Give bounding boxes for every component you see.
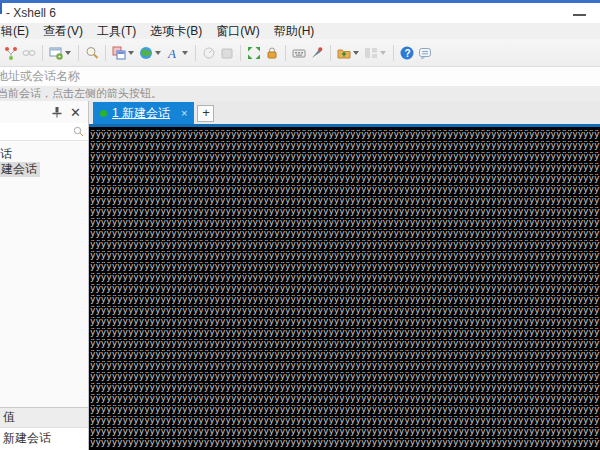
terminal-row: ÿÿÿÿÿÿÿÿÿÿÿÿÿÿÿÿÿÿÿÿÿÿÿÿÿÿÿÿÿÿÿÿÿÿÿÿÿÿÿÿ…	[90, 305, 600, 316]
menu-item-edit[interactable]: 辑(E)	[0, 23, 36, 39]
terminal-row: ÿÿÿÿÿÿÿÿÿÿÿÿÿÿÿÿÿÿÿÿÿÿÿÿÿÿÿÿÿÿÿÿÿÿÿÿÿÿÿÿ…	[90, 140, 600, 151]
tab-bar: 1 新建会话 × +	[89, 101, 600, 124]
terminal-row: ÿÿÿÿÿÿÿÿÿÿÿÿÿÿÿÿÿÿÿÿÿÿÿÿÿÿÿÿÿÿÿÿÿÿÿÿÿÿÿÿ…	[90, 272, 600, 283]
terminal-row: ÿÿÿÿÿÿÿÿÿÿÿÿÿÿÿÿÿÿÿÿÿÿÿÿÿÿÿÿÿÿÿÿÿÿÿÿÿÿÿÿ…	[90, 415, 600, 426]
menubar: 辑(E) 查看(V) 工具(T) 选项卡(B) 窗口(W) 帮助(H)	[0, 23, 600, 39]
font-dropdown-icon[interactable]	[182, 51, 188, 55]
terminal-row: ÿÿÿÿÿÿÿÿÿÿÿÿÿÿÿÿÿÿÿÿÿÿÿÿÿÿÿÿÿÿÿÿÿÿÿÿÿÿÿÿ…	[90, 327, 600, 338]
svg-text:?: ?	[405, 48, 411, 59]
toolbar-separator	[105, 45, 106, 61]
session-tree-empty-area	[0, 177, 88, 407]
terminal-row: ÿÿÿÿÿÿÿÿÿÿÿÿÿÿÿÿÿÿÿÿÿÿÿÿÿÿÿÿÿÿÿÿÿÿÿÿÿÿÿÿ…	[90, 283, 600, 294]
color-scheme-icon[interactable]	[110, 44, 128, 62]
toolbar-separator	[42, 45, 43, 61]
tab-label: 1 新建会话	[112, 105, 170, 122]
pin-icon[interactable]	[51, 106, 62, 118]
fullscreen-icon[interactable]	[245, 44, 263, 62]
terminal-row: ÿÿÿÿÿÿÿÿÿÿÿÿÿÿÿÿÿÿÿÿÿÿÿÿÿÿÿÿÿÿÿÿÿÿÿÿÿÿÿÿ…	[90, 184, 600, 195]
terminal-row: ÿÿÿÿÿÿÿÿÿÿÿÿÿÿÿÿÿÿÿÿÿÿÿÿÿÿÿÿÿÿÿÿÿÿÿÿÿÿÿÿ…	[90, 173, 600, 184]
tree-item-all-sessions[interactable]: 话	[0, 147, 88, 162]
minimize-icon	[573, 14, 586, 16]
terminal-row: ÿÿÿÿÿÿÿÿÿÿÿÿÿÿÿÿÿÿÿÿÿÿÿÿÿÿÿÿÿÿÿÿÿÿÿÿÿÿÿÿ…	[90, 382, 600, 393]
address-placeholder: 地址或会话名称	[0, 67, 80, 86]
terminal-row: ÿÿÿÿÿÿÿÿÿÿÿÿÿÿÿÿÿÿÿÿÿÿÿÿÿÿÿÿÿÿÿÿÿÿÿÿÿÿÿÿ…	[90, 404, 600, 415]
session-tree: 话 建会话	[0, 141, 88, 177]
terminal-row: ÿÿÿÿÿÿÿÿÿÿÿÿÿÿÿÿÿÿÿÿÿÿÿÿÿÿÿÿÿÿÿÿÿÿÿÿÿÿÿÿ…	[90, 426, 600, 437]
launch-icon[interactable]	[308, 44, 326, 62]
properties-value-row[interactable]: 新建会话	[0, 428, 88, 450]
transfer-dropdown-icon[interactable]	[353, 51, 359, 55]
sessions-icon[interactable]	[2, 44, 20, 62]
terminal-pane: 1 新建会话 × + ÿÿÿÿÿÿÿÿÿÿÿÿÿÿÿÿÿÿÿÿÿÿÿÿÿÿÿÿÿ…	[89, 101, 600, 450]
terminal-row: ÿÿÿÿÿÿÿÿÿÿÿÿÿÿÿÿÿÿÿÿÿÿÿÿÿÿÿÿÿÿÿÿÿÿÿÿÿÿÿÿ…	[90, 261, 600, 272]
tab-new-session[interactable]: 1 新建会话 ×	[93, 102, 194, 124]
menu-item-view[interactable]: 查看(V)	[36, 23, 90, 39]
toolbar: A ?	[0, 39, 600, 67]
terminal-row: ÿÿÿÿÿÿÿÿÿÿÿÿÿÿÿÿÿÿÿÿÿÿÿÿÿÿÿÿÿÿÿÿÿÿÿÿÿÿÿÿ…	[90, 228, 600, 239]
app-icon	[0, 3, 2, 14]
panel-header: ✕	[0, 101, 88, 123]
window-title: - Xshell 6	[6, 6, 56, 20]
color-scheme-dropdown-icon[interactable]	[128, 51, 134, 55]
encoding-icon[interactable]	[137, 44, 155, 62]
terminal-row: ÿÿÿÿÿÿÿÿÿÿÿÿÿÿÿÿÿÿÿÿÿÿÿÿÿÿÿÿÿÿÿÿÿÿÿÿÿÿÿÿ…	[90, 206, 600, 217]
new-session-dropdown-icon[interactable]	[65, 51, 71, 55]
find-icon[interactable]	[83, 44, 101, 62]
titlebar: - Xshell 6	[0, 3, 600, 23]
terminal-row: ÿÿÿÿÿÿÿÿÿÿÿÿÿÿÿÿÿÿÿÿÿÿÿÿÿÿÿÿÿÿÿÿÿÿÿÿÿÿÿÿ…	[90, 338, 600, 349]
transfer-folder-icon[interactable]	[335, 44, 353, 62]
panel-close-icon[interactable]: ✕	[70, 106, 81, 119]
toolbar-separator	[240, 45, 241, 61]
address-input[interactable]: 地址或会话名称	[0, 67, 600, 87]
svg-text:A: A	[167, 46, 176, 61]
tab-close-icon[interactable]: ×	[181, 108, 187, 119]
search-icon	[73, 126, 84, 137]
terminal-row: ÿÿÿÿÿÿÿÿÿÿÿÿÿÿÿÿÿÿÿÿÿÿÿÿÿÿÿÿÿÿÿÿÿÿÿÿÿÿÿÿ…	[90, 162, 600, 173]
terminal-row: ÿÿÿÿÿÿÿÿÿÿÿÿÿÿÿÿÿÿÿÿÿÿÿÿÿÿÿÿÿÿÿÿÿÿÿÿÿÿÿÿ…	[90, 151, 600, 162]
info-bar-text: 当前会话，点击左侧的箭头按钮。	[0, 87, 162, 100]
toolbar-separator	[330, 45, 331, 61]
menu-item-tools[interactable]: 工具(T)	[90, 23, 143, 39]
session-search-input[interactable]	[0, 123, 88, 141]
terminal-row: ÿÿÿÿÿÿÿÿÿÿÿÿÿÿÿÿÿÿÿÿÿÿÿÿÿÿÿÿÿÿÿÿÿÿÿÿÿÿÿÿ…	[90, 437, 600, 448]
toolbar-separator	[195, 45, 196, 61]
properties-header: 值	[0, 407, 88, 428]
new-session-icon[interactable]	[47, 44, 65, 62]
terminal-row: ÿÿÿÿÿÿÿÿÿÿÿÿÿÿÿÿÿÿÿÿÿÿÿÿÿÿÿÿÿÿÿÿÿÿÿÿÿÿÿÿ…	[90, 217, 600, 228]
terminal-row: ÿÿÿÿÿÿÿÿÿÿÿÿÿÿÿÿÿÿÿÿÿÿÿÿÿÿÿÿÿÿÿÿÿÿÿÿÿÿÿÿ…	[90, 349, 600, 360]
history-icon	[218, 44, 236, 62]
minimize-button[interactable]	[570, 7, 590, 21]
keyboard-icon[interactable]	[290, 44, 308, 62]
terminal-row: ÿÿÿÿÿÿÿÿÿÿÿÿÿÿÿÿÿÿÿÿÿÿÿÿÿÿÿÿÿÿÿÿÿÿÿÿÿÿÿÿ…	[90, 250, 600, 261]
connect-icon	[20, 44, 38, 62]
terminal-row: ÿÿÿÿÿÿÿÿÿÿÿÿÿÿÿÿÿÿÿÿÿÿÿÿÿÿÿÿÿÿÿÿÿÿÿÿÿÿÿÿ…	[90, 195, 600, 206]
menu-item-window[interactable]: 窗口(W)	[209, 23, 266, 39]
session-manager-panel: ✕ 话 建会话 值 新建会话	[0, 101, 89, 450]
terminal-row: ÿÿÿÿÿÿÿÿÿÿÿÿÿÿÿÿÿÿÿÿÿÿÿÿÿÿÿÿÿÿÿÿÿÿÿÿÿÿÿÿ…	[90, 294, 600, 305]
toolbar-separator	[393, 45, 394, 61]
terminal-row: ÿÿÿÿÿÿÿÿÿÿÿÿÿÿÿÿÿÿÿÿÿÿÿÿÿÿÿÿÿÿÿÿÿÿÿÿÿÿÿÿ…	[90, 239, 600, 250]
tree-item-new-session[interactable]: 建会话	[0, 162, 88, 177]
layout-dropdown-icon	[380, 51, 386, 55]
menu-item-help[interactable]: 帮助(H)	[267, 23, 322, 39]
help-icon[interactable]: ?	[398, 44, 416, 62]
encoding-dropdown-icon[interactable]	[155, 51, 161, 55]
compose-icon	[200, 44, 218, 62]
new-tab-button[interactable]: +	[197, 105, 214, 122]
font-icon[interactable]: A	[164, 44, 182, 62]
terminal-row: ÿÿÿÿÿÿÿÿÿÿÿÿÿÿÿÿÿÿÿÿÿÿÿÿÿÿÿÿÿÿÿÿÿÿÿÿÿÿÿÿ…	[90, 393, 600, 404]
main-area: ✕ 话 建会话 值 新建会话 1 新建会话 × +	[0, 101, 600, 450]
lock-icon[interactable]	[263, 44, 281, 62]
terminal-row: ÿÿÿÿÿÿÿÿÿÿÿÿÿÿÿÿÿÿÿÿÿÿÿÿÿÿÿÿÿÿÿÿÿÿÿÿÿÿÿÿ…	[90, 360, 600, 371]
terminal-row: ÿÿÿÿÿÿÿÿÿÿÿÿÿÿÿÿÿÿÿÿÿÿÿÿÿÿÿÿÿÿÿÿÿÿÿÿÿÿÿÿ…	[90, 316, 600, 327]
toolbar-separator	[78, 45, 79, 61]
xshell-window: - Xshell 6 辑(E) 查看(V) 工具(T) 选项卡(B) 窗口(W)…	[0, 0, 600, 450]
terminal-row: ÿÿÿÿÿÿÿÿÿÿÿÿÿÿÿÿÿÿÿÿÿÿÿÿÿÿÿÿÿÿÿÿÿÿÿÿÿÿÿÿ…	[90, 129, 600, 140]
session-status-dot	[100, 110, 107, 117]
menu-item-tab[interactable]: 选项卡(B)	[143, 23, 209, 39]
terminal-screen[interactable]: ÿÿÿÿÿÿÿÿÿÿÿÿÿÿÿÿÿÿÿÿÿÿÿÿÿÿÿÿÿÿÿÿÿÿÿÿÿÿÿÿ…	[89, 127, 600, 450]
feedback-icon[interactable]	[416, 44, 434, 62]
terminal-row: ÿÿÿÿÿÿÿÿÿÿÿÿÿÿÿÿÿÿÿÿÿÿÿÿÿÿÿÿÿÿÿÿÿÿÿÿÿÿÿÿ…	[90, 371, 600, 382]
toolbar-separator	[285, 45, 286, 61]
layout-icon	[362, 44, 380, 62]
